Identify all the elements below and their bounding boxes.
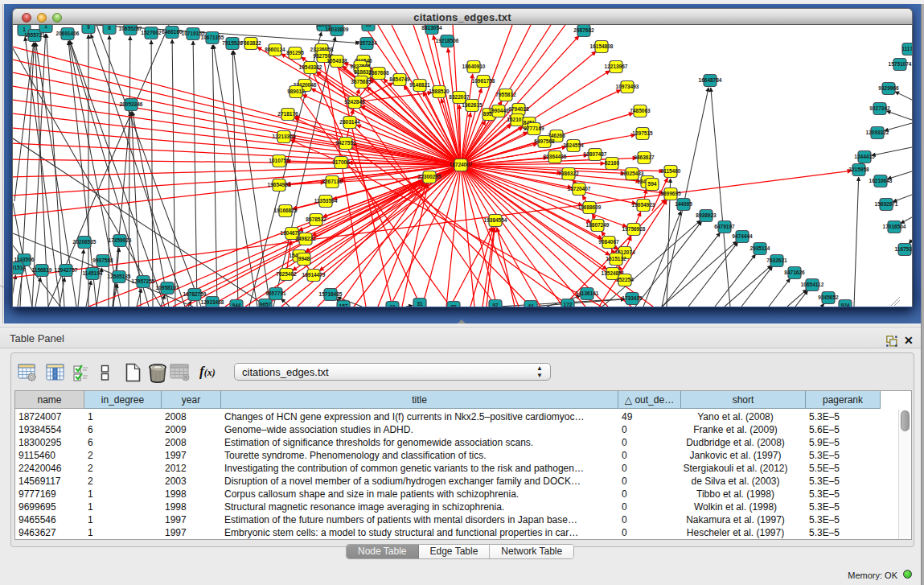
svg-text:16033809: 16033809 — [326, 27, 349, 32]
svg-text:3624554: 3624554 — [563, 142, 584, 148]
svg-text:11353594: 11353594 — [314, 198, 338, 204]
svg-text:1362615: 1362615 — [462, 102, 483, 108]
svg-text:891295: 891295 — [286, 50, 304, 56]
svg-text:9227342: 9227342 — [869, 105, 890, 111]
svg-text:16914479: 16914479 — [302, 272, 326, 278]
svg-text:20364436: 20364436 — [544, 154, 567, 159]
svg-text:19166825: 19166825 — [274, 208, 298, 213]
svg-text:1: 1 — [23, 27, 26, 32]
svg-text:22300295: 22300295 — [418, 174, 441, 179]
svg-text:7955812: 7955812 — [495, 92, 516, 97]
svg-text:3675685: 3675685 — [351, 79, 372, 84]
svg-text:11171: 11171 — [901, 46, 912, 51]
svg-text:18640910: 18640910 — [462, 64, 486, 69]
svg-text:3215958: 3215958 — [848, 167, 869, 172]
svg-text:7357224: 7357224 — [356, 40, 377, 46]
svg-text:8471626: 8471626 — [784, 270, 805, 275]
svg-text:9084067: 9084067 — [598, 239, 619, 245]
svg-text:9242848: 9242848 — [344, 99, 365, 105]
svg-text:1054338: 1054338 — [326, 58, 347, 64]
svg-text:12213967: 12213967 — [605, 64, 628, 69]
svg-text:144095: 144095 — [675, 201, 692, 207]
svg-text:8813054: 8813054 — [421, 25, 442, 31]
svg-text:989013: 989013 — [287, 89, 305, 94]
svg-text:19218506: 19218506 — [436, 38, 459, 43]
svg-text:15720407: 15720407 — [568, 186, 591, 192]
svg-text:1615132: 1615132 — [606, 256, 626, 262]
svg-text:924: 924 — [841, 303, 850, 307]
svg-text:10958107: 10958107 — [156, 285, 179, 290]
svg-text:10671355: 10671355 — [201, 35, 224, 40]
svg-text:944: 944 — [232, 303, 241, 307]
svg-text:3267130: 3267130 — [322, 179, 343, 184]
svg-text:19756928: 19756928 — [622, 226, 646, 232]
svg-text:8454749: 8454749 — [389, 76, 410, 82]
svg-text:1: 1 — [44, 25, 47, 29]
svg-text:17359924: 17359924 — [109, 237, 132, 243]
svg-text:1297515: 1297515 — [632, 130, 653, 136]
svg-text:157: 157 — [339, 303, 348, 307]
svg-text:20053346: 20053346 — [120, 101, 143, 107]
svg-text:2367608: 2367608 — [368, 70, 389, 76]
svg-text:1156819: 1156819 — [32, 267, 52, 273]
svg-text:9997588: 9997588 — [92, 257, 113, 263]
svg-text:7515526: 7515526 — [222, 40, 243, 46]
svg-text:97: 97 — [492, 303, 499, 307]
svg-text:15716485: 15716485 — [319, 291, 343, 297]
svg-text:7485063: 7485063 — [630, 108, 651, 113]
svg-text:7663822: 7663822 — [240, 40, 261, 46]
svg-text:16648784: 16648784 — [699, 77, 722, 83]
svg-text:594: 594 — [648, 181, 657, 187]
svg-text:391514: 391514 — [13, 265, 26, 270]
svg-text:9474444: 9474444 — [732, 233, 753, 239]
svg-text:10654112: 10654112 — [801, 282, 824, 287]
svg-text:10543382: 10543382 — [299, 64, 322, 70]
svg-text:12942757: 12942757 — [55, 267, 78, 273]
svg-text:1167533: 1167533 — [895, 246, 912, 252]
svg-text:88: 88 — [450, 304, 457, 307]
svg-text:20206535: 20206535 — [73, 239, 97, 245]
svg-text:9329966: 9329966 — [878, 85, 899, 91]
svg-text:9463627: 9463627 — [634, 154, 655, 160]
svg-text:1244415: 1244415 — [854, 154, 875, 159]
svg-text:62160: 62160 — [605, 160, 619, 166]
svg-text:31: 31 — [417, 301, 423, 307]
svg-text:17957255: 17957255 — [132, 278, 155, 284]
svg-text:12093322: 12093322 — [866, 130, 889, 135]
svg-text:9657: 9657 — [260, 302, 272, 307]
svg-text:10025433: 10025433 — [621, 171, 644, 176]
svg-text:17016504: 17016504 — [883, 224, 906, 229]
svg-text:10: 10 — [389, 304, 396, 307]
svg-text:15751074: 15751074 — [889, 61, 912, 67]
svg-text:6479197: 6479197 — [714, 224, 735, 229]
svg-text:12923468: 12923468 — [201, 299, 224, 305]
svg-text:12505135: 12505135 — [108, 274, 131, 279]
svg-text:19654923: 19654923 — [632, 202, 655, 208]
svg-text:19654983: 19654983 — [268, 182, 291, 187]
svg-text:10655287: 10655287 — [119, 26, 142, 31]
svg-text:6794028: 6794028 — [508, 106, 529, 112]
svg-text:9777169: 9777169 — [524, 126, 544, 131]
svg-text:2087682: 2087682 — [573, 27, 594, 33]
svg-text:1990448: 1990448 — [488, 108, 509, 113]
svg-text:10973493: 10973493 — [616, 84, 639, 89]
svg-text:1588520: 1588520 — [429, 89, 450, 94]
svg-text:9427552: 9427552 — [335, 140, 356, 146]
svg-text:2718176: 2718176 — [277, 111, 298, 117]
svg-text:9146821: 9146821 — [409, 82, 430, 88]
svg-text:15692971: 15692971 — [875, 201, 898, 207]
svg-text:10961758: 10961758 — [472, 78, 495, 84]
svg-text:18807249: 18807249 — [586, 222, 610, 228]
svg-text:2935114: 2935114 — [750, 245, 770, 251]
svg-text:1733426: 1733426 — [622, 295, 643, 301]
svg-text:14136141: 14136141 — [576, 290, 599, 296]
svg-text:2803144: 2803144 — [339, 119, 360, 125]
svg-text:8: 8 — [108, 25, 111, 31]
svg-text:12213369: 12213369 — [273, 134, 296, 139]
svg-text:172: 172 — [564, 302, 573, 307]
svg-text:10688609: 10688609 — [578, 204, 602, 210]
svg-text:95: 95 — [365, 25, 372, 27]
svg-text:3498222: 3498222 — [295, 236, 316, 241]
svg-text:16154808: 16154808 — [590, 43, 614, 49]
svg-text:6466160: 6466160 — [162, 29, 183, 35]
